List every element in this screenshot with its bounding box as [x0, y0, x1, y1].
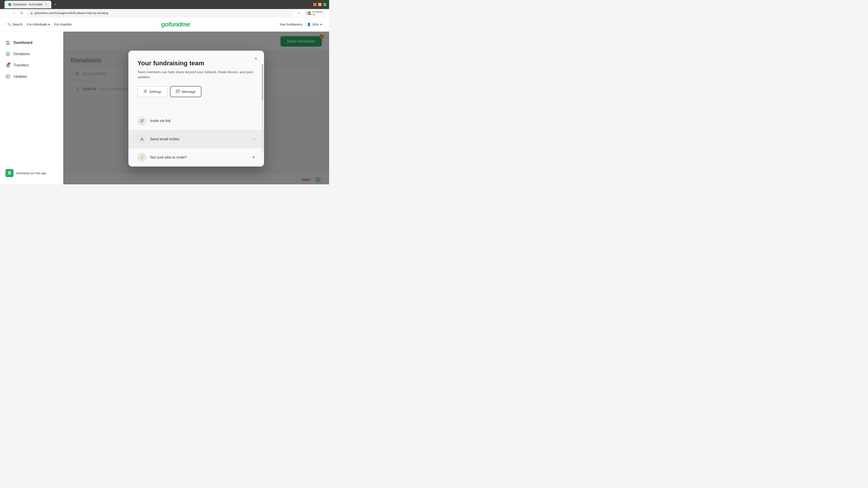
invite-via-link-label: Invite via link: [150, 119, 255, 123]
settings-icon: [143, 89, 147, 94]
user-chevron-icon: ▾: [320, 23, 322, 26]
search-label: Search: [12, 23, 22, 26]
sidebar-dashboard-label: Dashboard: [13, 41, 33, 45]
dashboard-icon: 🏠: [5, 40, 10, 45]
user-icon: 👤: [307, 23, 311, 26]
svg-point-8: [141, 138, 143, 139]
svg-rect-7: [176, 90, 180, 92]
updates-icon: [5, 74, 10, 79]
tab-favicon: [8, 3, 11, 6]
for-individuals-chevron-icon: ▾: [49, 23, 50, 26]
incognito-badge[interactable]: 🕵 Incognito (2): [312, 10, 318, 16]
incognito-icon: 🕵: [308, 11, 312, 15]
back-button[interactable]: ←: [3, 10, 8, 16]
svg-point-1: [7, 53, 9, 55]
transfers-badge: [8, 62, 10, 65]
modal-dialog: × Your fundraising team Team members can…: [128, 51, 264, 166]
svg-point-0: [6, 52, 10, 56]
address-actions: ☆ ⊡ 🕵 Incognito (2) ⋮: [296, 10, 327, 16]
active-tab[interactable]: Dashboard - GoFundMe ✕: [4, 1, 51, 8]
for-charities-nav[interactable]: For charities: [55, 23, 72, 26]
user-menu-button[interactable]: 👤 John ▾: [307, 23, 322, 26]
header-right: Your fundraisers 👤 John ▾: [279, 23, 322, 26]
browser-chrome: Dashboard - GoFundMe ✕ +: [0, 0, 329, 9]
url-bar[interactable]: 🔒 gofundme.com/manage/wn9uf5-please-help…: [27, 10, 293, 16]
sidebar-item-transfers[interactable]: 🏦 Transfers: [0, 60, 63, 71]
main-content: Share fundraiser 1 Donations 🏦 Set up tr…: [63, 32, 329, 184]
maximize-button[interactable]: [318, 3, 321, 6]
search-icon: 🔍: [7, 23, 11, 26]
email-invites-chevron-icon: ›: [254, 137, 255, 141]
tab-title: Dashboard - GoFundMe: [13, 3, 42, 6]
not-sure-option[interactable]: Not sure who to invite? +: [128, 149, 264, 166]
sidebar-bottom: Download our free app: [0, 166, 63, 180]
modal-close-button[interactable]: ×: [252, 55, 259, 62]
settings-button[interactable]: Settings: [137, 86, 167, 97]
app-icon: [5, 169, 13, 177]
header-logo: gofundme: [77, 21, 274, 28]
address-bar: ← → ↻ 🔒 gofundme.com/manage/wn9uf5-pleas…: [0, 9, 329, 17]
modal-actions: Settings Message: [137, 86, 255, 97]
sidebar-donations-label: Donations: [13, 52, 30, 56]
message-label: Message: [182, 90, 195, 94]
sidebar-item-dashboard[interactable]: 🏠 Dashboard: [0, 37, 63, 48]
for-individuals-label: For individuals: [27, 23, 47, 26]
email-invites-icon: [137, 135, 147, 144]
minimize-button[interactable]: [313, 3, 316, 6]
tab-close-button[interactable]: ✕: [44, 3, 48, 6]
your-fundraisers-link[interactable]: Your fundraisers: [279, 23, 302, 26]
modal-title: Your fundraising team: [137, 60, 255, 67]
settings-label: Settings: [149, 90, 161, 94]
donations-icon: [5, 52, 10, 57]
logo-text: gofundme: [161, 21, 190, 28]
for-individuals-nav[interactable]: For individuals ▾: [27, 23, 50, 26]
download-app-label: Download our free app: [16, 171, 46, 175]
scrollbar-thumb[interactable]: [262, 64, 263, 100]
sidebar-transfers-label: Transfers: [13, 63, 29, 67]
sidebar-updates-label: Updates: [13, 74, 27, 78]
lightbulb-invite-icon: [137, 153, 147, 162]
user-label: John: [312, 23, 319, 26]
browser-tabs: Dashboard - GoFundMe ✕ +: [4, 1, 311, 8]
site-header: 🔍 Search For individuals ▾ For charities…: [0, 17, 329, 32]
not-sure-plus-icon: +: [252, 155, 255, 160]
menu-icon[interactable]: ⋮: [320, 10, 327, 16]
page-content: 🔍 Search For individuals ▾ For charities…: [0, 17, 329, 184]
close-icon: ×: [254, 56, 257, 61]
modal-description: Team members can help share beyond your …: [137, 70, 255, 80]
main-layout: 🏠 Dashboard Donations 🏦 Transfers: [0, 32, 329, 184]
search-link[interactable]: 🔍 Search: [7, 23, 22, 26]
bookmark-icon[interactable]: ☆: [296, 10, 302, 16]
modal-overlay[interactable]: × Your fundraising team Team members can…: [63, 32, 329, 184]
url-text: gofundme.com/manage/wn9uf5-please-help-b…: [35, 11, 108, 15]
sidebar-item-donations[interactable]: Donations: [0, 48, 63, 60]
modal-scroll-area[interactable]: Your fundraising team Team members can h…: [128, 51, 264, 166]
header-left: 🔍 Search For individuals ▾ For charities: [7, 23, 72, 26]
not-sure-label: Not sure who to invite?: [150, 156, 249, 160]
sidebar: 🏠 Dashboard Donations 🏦 Transfers: [0, 32, 63, 184]
modal-body: Your fundraising team Team members can h…: [128, 51, 264, 111]
message-button[interactable]: Message: [170, 86, 202, 97]
send-email-invites-option[interactable]: Send email invites ›: [128, 130, 264, 149]
link-icon: [137, 116, 147, 125]
forward-button[interactable]: →: [11, 10, 16, 16]
download-app-button[interactable]: Download our free app: [0, 166, 63, 180]
send-email-invites-label: Send email invites: [150, 137, 250, 141]
svg-rect-2: [6, 75, 10, 78]
svg-point-6: [145, 91, 146, 92]
reload-button[interactable]: ↻: [19, 10, 24, 16]
message-icon: [176, 89, 180, 94]
modal-scrollbar[interactable]: [262, 64, 263, 153]
invite-via-link-option[interactable]: Invite via link: [128, 112, 264, 130]
close-button[interactable]: [323, 3, 327, 6]
sidebar-item-updates[interactable]: Updates: [0, 71, 63, 82]
security-icon: 🔒: [30, 11, 33, 14]
new-tab-button[interactable]: +: [52, 1, 59, 8]
for-charities-label: For charities: [55, 23, 72, 26]
